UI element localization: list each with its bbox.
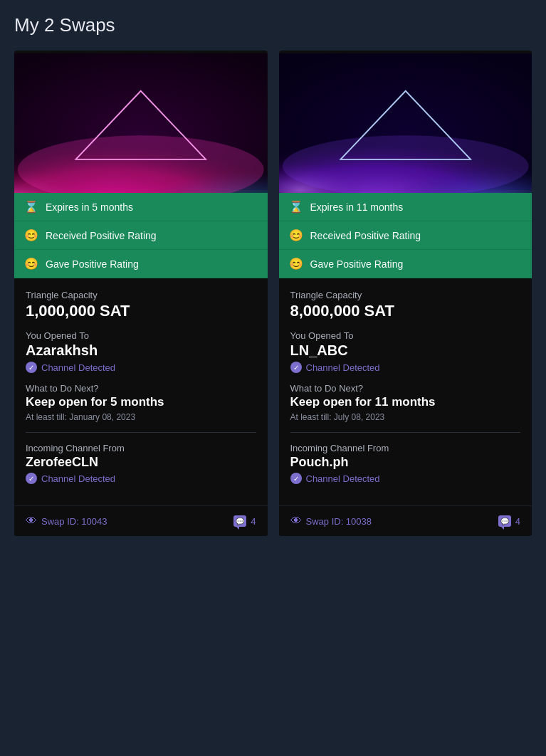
card-image-1 — [14, 51, 268, 193]
status-badges-1: ⌛ Expires in 5 months 😊 Received Positiv… — [14, 193, 268, 278]
at-least-till-2: At least till: July 08, 2023 — [290, 412, 521, 422]
capacity-label-1: Triangle Capacity — [26, 290, 256, 300]
received-rating-badge-2: 😊 Received Positive Rating — [279, 221, 532, 250]
opened-to-value-1: Azarakhsh — [26, 342, 256, 359]
what-next-label-1: What to Do Next? — [26, 383, 256, 394]
comment-count-1[interactable]: 💬 4 — [233, 515, 256, 527]
opened-to-label-2: You Opened To — [290, 330, 521, 341]
divider-2 — [290, 432, 521, 433]
channel-detected-1: ✓ Channel Detected — [26, 362, 256, 373]
hourglass-icon-1: ⌛ — [24, 200, 38, 214]
what-next-value-2: Keep open for 11 months — [290, 395, 521, 409]
page-title: My 2 Swaps — [14, 14, 532, 36]
gave-rating-badge-2: 😊 Gave Positive Rating — [279, 250, 532, 278]
status-badges-2: ⌛ Expires in 11 months 😊 Received Positi… — [279, 193, 532, 278]
opened-to-label-1: You Opened To — [26, 330, 256, 341]
expires-badge-1: ⌛ Expires in 5 months — [14, 193, 268, 221]
card-footer-1: 👁 Swap ID: 10043 💬 4 — [14, 505, 268, 536]
smiley-icon-2a: 😊 — [289, 229, 303, 242]
incoming-channel-detected-2: ✓ Channel Detected — [290, 473, 521, 484]
incoming-label-1: Incoming Channel From — [26, 443, 256, 453]
expires-badge-2: ⌛ Expires in 11 months — [279, 193, 532, 221]
hourglass-icon-2: ⌛ — [289, 200, 303, 214]
swaps-grid: ⌛ Expires in 5 months 😊 Received Positiv… — [14, 51, 532, 536]
eye-icon-2: 👁 — [290, 515, 302, 527]
incoming-channel-detected-1: ✓ Channel Detected — [26, 473, 256, 484]
comment-bubble-1: 💬 — [233, 515, 246, 527]
gave-rating-badge-1: 😊 Gave Positive Rating — [14, 250, 268, 278]
swap-card-1: ⌛ Expires in 5 months 😊 Received Positiv… — [14, 51, 268, 536]
comment-bubble-2: 💬 — [498, 515, 511, 527]
channel-detected-2: ✓ Channel Detected — [290, 362, 521, 373]
eye-icon-1: 👁 — [26, 515, 37, 527]
capacity-value-2: 8,000,000 SAT — [290, 302, 521, 320]
card-image-2 — [279, 51, 532, 193]
capacity-value-1: 1,000,000 SAT — [26, 302, 256, 320]
check-icon-2b: ✓ — [290, 473, 302, 484]
check-icon-2: ✓ — [290, 362, 302, 373]
card-footer-2: 👁 Swap ID: 10038 💬 4 — [279, 505, 532, 536]
smiley-icon-1a: 😊 — [24, 229, 38, 242]
received-rating-badge-1: 😊 Received Positive Rating — [14, 221, 268, 250]
smiley-icon-2b: 😊 — [289, 257, 303, 271]
what-next-label-2: What to Do Next? — [290, 383, 521, 394]
swap-id-1[interactable]: 👁 Swap ID: 10043 — [26, 515, 107, 527]
check-icon-1b: ✓ — [26, 473, 37, 484]
what-next-value-1: Keep open for 5 months — [26, 395, 256, 409]
capacity-label-2: Triangle Capacity — [290, 290, 521, 300]
divider-1 — [26, 432, 256, 433]
swap-id-2[interactable]: 👁 Swap ID: 10038 — [290, 515, 372, 527]
comment-count-2[interactable]: 💬 4 — [498, 515, 520, 527]
opened-to-value-2: LN_ABC — [290, 342, 521, 359]
card-body-1: Triangle Capacity 1,000,000 SAT You Open… — [14, 278, 268, 505]
swap-card-2: ⌛ Expires in 11 months 😊 Received Positi… — [279, 51, 532, 536]
incoming-value-1: ZerofeeCLN — [26, 455, 256, 470]
smiley-icon-1b: 😊 — [24, 257, 38, 271]
incoming-value-2: Pouch.ph — [290, 455, 521, 470]
card-body-2: Triangle Capacity 8,000,000 SAT You Open… — [279, 278, 532, 505]
check-icon-1: ✓ — [26, 362, 37, 373]
incoming-label-2: Incoming Channel From — [290, 443, 521, 453]
at-least-till-1: At least till: January 08, 2023 — [26, 412, 256, 422]
